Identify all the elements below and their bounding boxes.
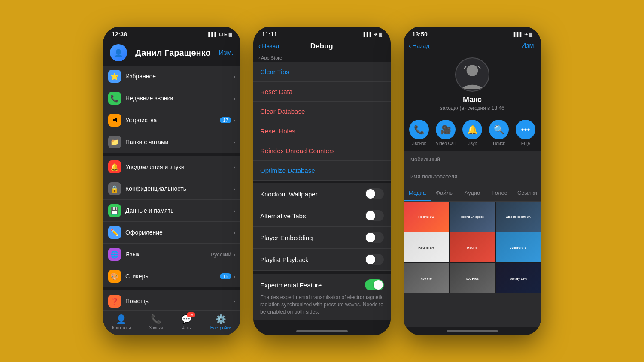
tab-voice[interactable]: Голос bbox=[486, 185, 513, 201]
chevron-icon: › bbox=[234, 73, 235, 80]
media-thumb-6[interactable]: Android 1 bbox=[496, 232, 541, 262]
nav-settings-icon: ⚙️ bbox=[216, 314, 226, 324]
profile-status: заходил(а) сегодня в 13:46 bbox=[440, 105, 504, 111]
signal-icon-1: ▌▌▌ bbox=[208, 32, 217, 37]
settings-item-notifications[interactable]: 🔔 Уведомления и звуки › bbox=[103, 156, 240, 178]
settings-item-language[interactable]: 🌐 Язык Русский › bbox=[103, 244, 240, 265]
tab-media[interactable]: Медиа bbox=[404, 185, 431, 201]
home-indicator-2 bbox=[296, 330, 348, 332]
action-buttons: 📞 Звонок 🎥 Video Call 🔔 Звук 🔍 Поиск •••… bbox=[404, 116, 541, 151]
knockout-toggle[interactable] bbox=[365, 188, 384, 199]
toggle-alttabs[interactable]: Alternative Tabs bbox=[253, 205, 391, 227]
settings-item-privacy[interactable]: 🔒 Конфиденциальность › bbox=[103, 178, 240, 200]
tab-links[interactable]: Ссылки bbox=[513, 185, 541, 201]
thumb-content-5: Redmi bbox=[450, 232, 495, 262]
calls-label: Недавние звонки bbox=[125, 95, 234, 102]
media-thumb-4[interactable]: Redmi 9A bbox=[404, 232, 449, 262]
nav-item-settings[interactable]: ⚙️ Настройки bbox=[210, 314, 231, 330]
debug-item-resetdata[interactable]: Reset Data bbox=[253, 82, 391, 102]
more-label: Ещё bbox=[521, 141, 530, 146]
nav-item-chats[interactable]: 💬 15 Чаты bbox=[181, 314, 192, 330]
toggle-alttabs-label: Alternative Tabs bbox=[260, 212, 306, 220]
edit-btn-3[interactable]: Изм. bbox=[521, 42, 536, 50]
action-more[interactable]: ••• Ещё bbox=[516, 120, 535, 146]
settings-list: ⭐ Избранное › 📞 Недавние звонки › 🖥 Устр… bbox=[103, 66, 240, 310]
edit-button-1[interactable]: Изм. bbox=[219, 49, 234, 57]
media-thumb-1[interactable]: Redmi 9C bbox=[404, 202, 449, 232]
debug-item-reindex[interactable]: Reindex Unread Counters bbox=[253, 141, 391, 161]
avatar-small: 👤 bbox=[110, 44, 127, 61]
settings-item-favorites[interactable]: ⭐ Избранное › bbox=[103, 66, 240, 87]
nav-item-calls[interactable]: 📞 Звонки bbox=[149, 314, 163, 330]
chevron-icon-4: › bbox=[234, 139, 235, 145]
debug-item-cleardb[interactable]: Clear Database bbox=[253, 102, 391, 121]
status-bar-3: 13:50 ▌▌▌ ✈ ▓ bbox=[404, 27, 541, 40]
media-thumb-7[interactable]: X50 Pro bbox=[404, 263, 449, 293]
design-label: Оформление bbox=[125, 229, 234, 236]
settings-item-calls[interactable]: 📞 Недавние звонки › bbox=[103, 87, 240, 109]
signal-icon-2: ▌▌▌ ✈ bbox=[364, 32, 377, 37]
settings-item-devices[interactable]: 🖥 Устройства 17 › bbox=[103, 109, 240, 131]
toggle-playlist[interactable]: Playlist Playback bbox=[253, 249, 391, 271]
data-label: Данные и память bbox=[125, 207, 234, 214]
version-info: ph.telegra.Telegraph 6.3 (17639) bbox=[253, 320, 391, 327]
chevron-icon-7: › bbox=[234, 208, 235, 214]
toggle-embedding[interactable]: Player Embedding bbox=[253, 227, 391, 249]
back-chevron-icon: ‹ bbox=[258, 42, 261, 50]
time-2: 11:11 bbox=[262, 31, 277, 38]
experimental-toggle[interactable] bbox=[365, 279, 384, 290]
media-thumb-9[interactable]: battery 33% bbox=[496, 263, 541, 293]
media-thumb-2[interactable]: Redmi 8A specs bbox=[450, 202, 495, 232]
thumb-content-3: Xiaomi Redmi 8A bbox=[496, 202, 541, 232]
sound-label: Звук bbox=[468, 141, 477, 146]
nav-item-contacts[interactable]: 👤 Контакты bbox=[112, 314, 131, 330]
tab-files[interactable]: Файлы bbox=[431, 185, 459, 201]
search-label: Поиск bbox=[493, 141, 505, 146]
chats-badge: 15 bbox=[187, 312, 195, 317]
settings-item-help[interactable]: ❓ Помощь › bbox=[103, 290, 240, 310]
search-circle: 🔍 bbox=[489, 120, 509, 139]
language-icon: 🌐 bbox=[108, 248, 121, 261]
status-icons-2: ▌▌▌ ✈ ▓ bbox=[364, 32, 382, 37]
media-thumb-3[interactable]: Xiaomi Redmi 8A bbox=[496, 202, 541, 232]
contacts-label: Контакты bbox=[112, 326, 131, 330]
svg-point-1 bbox=[467, 65, 478, 76]
folders-icon: 📁 bbox=[108, 136, 121, 148]
devices-label: Устройства bbox=[125, 117, 220, 124]
debug-item-resetholes[interactable]: Reset Holes bbox=[253, 121, 391, 141]
action-search[interactable]: 🔍 Поиск bbox=[489, 120, 509, 146]
toggle-knockout[interactable]: Knockout Wallpaper bbox=[253, 183, 391, 205]
experimental-section: Experimental Feature Enables experimenta… bbox=[253, 274, 391, 320]
time-1: 12:38 bbox=[112, 31, 127, 38]
playlist-toggle[interactable] bbox=[365, 254, 384, 265]
phone-settings: 12:38 ▌▌▌ LTE ▓ 👤 Данил Гаращенко Изм. ⭐… bbox=[103, 27, 240, 335]
notifications-label: Уведомления и звуки bbox=[125, 163, 234, 170]
settings-item-data[interactable]: 💾 Данные и память › bbox=[103, 200, 240, 222]
settings-item-stickers[interactable]: 🎨 Стикеры 15 › bbox=[103, 265, 240, 287]
thumb-content-7: X50 Pro bbox=[404, 263, 449, 293]
media-thumb-8[interactable]: X50 Pros bbox=[450, 263, 495, 293]
action-sound[interactable]: 🔔 Звук bbox=[462, 120, 482, 146]
signal-icon-3: ▌▌▌ ✈ bbox=[514, 32, 528, 37]
chevron-icon-9: › bbox=[234, 251, 235, 258]
settings-item-design[interactable]: ✏️ Оформление › bbox=[103, 222, 240, 244]
back-button-2[interactable]: ‹ Назад bbox=[258, 42, 279, 50]
data-icon: 💾 bbox=[108, 204, 121, 217]
tab-audio[interactable]: Аудио bbox=[459, 185, 486, 201]
battery-icon-3: ▓ bbox=[529, 32, 532, 37]
debug-item-cleartips[interactable]: Clear Tips bbox=[253, 62, 391, 82]
embedding-toggle[interactable] bbox=[365, 232, 384, 243]
settings-item-folders[interactable]: 📁 Папки с чатами › bbox=[103, 131, 240, 153]
action-call[interactable]: 📞 Звонок bbox=[409, 120, 429, 146]
alttabs-toggle[interactable] bbox=[365, 210, 384, 221]
back-label-3: Назад bbox=[412, 42, 429, 49]
media-thumb-5[interactable]: Redmi bbox=[450, 232, 495, 262]
language-value: Русский bbox=[210, 251, 231, 258]
debug-item-optimize[interactable]: Optimize Database bbox=[253, 161, 391, 181]
action-video[interactable]: 🎥 Video Call bbox=[436, 120, 456, 146]
time-3: 13:50 bbox=[412, 31, 428, 38]
chevron-icon-11: › bbox=[234, 298, 235, 305]
back-button-3[interactable]: ‹ Назад bbox=[409, 42, 429, 50]
profile-section: Макс заходил(а) сегодня в 13:46 bbox=[404, 53, 541, 116]
exp-desc: Enables experimental transmission of ele… bbox=[260, 294, 384, 315]
